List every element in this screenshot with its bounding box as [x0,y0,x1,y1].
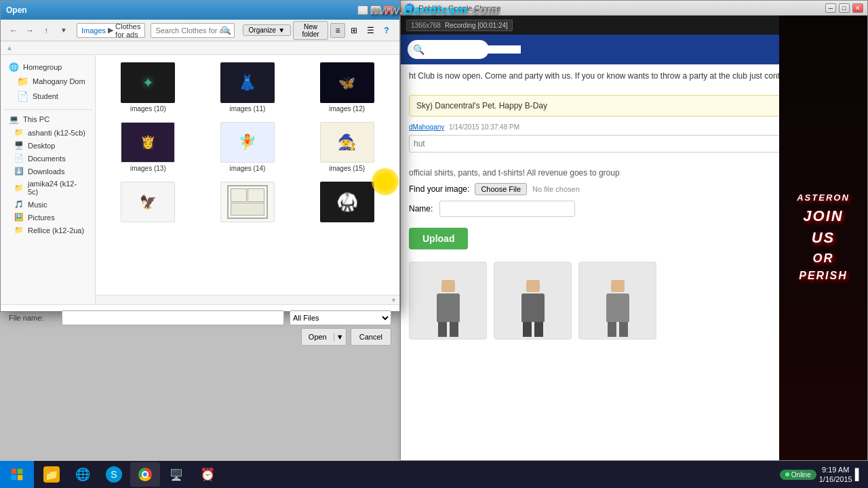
dialog-title: Open [6,5,27,15]
file-thumb-blueprint [220,182,275,222]
figure-body-1 [437,293,460,322]
taskbar-control-panel[interactable]: 🖥️ [161,462,191,487]
file-grid: ✦ images (10) 👗 images (11) [96,55,399,232]
taskbar-explorer[interactable]: 📁 [37,462,66,487]
sidebar-music-label: Music [28,201,47,209]
thumb-decoration-15: 🧙 [338,134,356,151]
file-item-13[interactable]: 👸 images (13) [100,119,197,176]
upload-button[interactable]: Upload [409,228,468,249]
sidebar-item-rellice[interactable]: 📁 Rellice (k12-2ua) [3,224,92,237]
dialog-search-box[interactable]: 🔍 [151,23,234,38]
asteron-banner: ASTERON JOIN US OR PERISH [779,16,867,460]
sidebar-item-jamika[interactable]: 📁 jamika24 (k12-5c) [3,178,92,198]
file-item-11[interactable]: 👗 images (11) [199,59,296,116]
file-item-14[interactable]: 🧚 images (14) [199,119,296,176]
roblox-search-bar[interactable]: 🔍 [408,40,489,59]
sidebar-item-pictures[interactable]: 🖼️ Pictures [3,211,92,224]
group-desc-text: ht Club is now open. Come and party with… [409,71,797,81]
clothing-item-3[interactable] [578,262,656,340]
birthday-msg: Sky) Dancentral's Pet. Happy B-Day [416,101,547,110]
sidebar-item-downloads[interactable]: ⬇️ Downloads [3,165,92,178]
clothing-item-1[interactable] [409,262,487,340]
choose-file-button[interactable]: Choose File [475,183,527,195]
chrome-icon [405,3,414,13]
figure-leg-left-3 [608,322,616,337]
titlebar-left: Roblox - Google Chrome [405,3,501,13]
student-icon: 📄 [17,91,28,102]
file-thumb-vest: 🥋 [320,182,374,222]
file-item-12[interactable]: 🦋 images (12) [298,59,395,116]
file-thumb-10: ✦ [121,62,175,103]
file-type-select[interactable]: All Files [290,310,391,325]
figure-head-3 [611,280,625,292]
file-thumb-12: 🦋 [320,62,374,103]
file-item-blueprint[interactable] [199,178,296,228]
shout-text-input[interactable] [409,135,795,152]
new-folder-button[interactable]: New folder [293,21,328,40]
name-input[interactable] [439,201,575,217]
file-scroll-area[interactable]: ✦ images (10) 👗 images (11) [96,55,399,295]
roblox-search-input[interactable] [427,45,521,54]
dialog-titlebar: Open ─ □ ✕ [1,1,399,20]
browser-minimize[interactable]: ─ [825,3,836,13]
cancel-button[interactable]: Cancel [351,328,391,346]
dialog-minimize-button[interactable]: ─ [357,5,368,15]
view-list-button[interactable]: ☰ [363,23,378,38]
file-item-10[interactable]: ✦ images (10) [100,59,197,116]
figure-leg-left-1 [438,322,447,337]
ie-icon: 🌐 [75,466,91,483]
music-icon: 🎵 [14,200,24,209]
dialog-close-button[interactable]: ✕ [383,5,394,15]
sidebar-item-desktop[interactable]: 🖥️ Desktop [3,139,92,152]
sidebar-item-homegroup[interactable]: 🌐 Homegroup [3,60,92,74]
sidebar-item-music[interactable]: 🎵 Music [3,198,92,211]
dialog-up-button[interactable]: ↑ [39,23,54,38]
organize-button[interactable]: Organize ▼ [243,24,291,36]
open-dropdown-arrow[interactable]: ▼ [334,333,346,341]
dialog-search-input[interactable] [155,26,229,35]
file-thumb-14: 🧚 [220,122,275,163]
file-item-15[interactable]: 🧙 images (15) [298,119,395,176]
dialog-forward-button[interactable]: → [22,23,37,38]
shout-author-link[interactable]: dMahogany [409,123,444,131]
taskbar-skype[interactable]: S [99,462,129,487]
clothing-item-2[interactable] [494,262,572,340]
file-item-creatures[interactable]: 🦅 [100,178,197,228]
taskbar-ie[interactable]: 🌐 [68,462,98,487]
show-desktop-button[interactable]: ▌ [855,468,863,481]
figure-head-2 [526,280,540,292]
sidebar-item-thispc[interactable]: 💻 This PC [3,113,92,126]
sidebar-item-mahogany[interactable]: 📁 Mahogany Dom [3,74,92,89]
timer-icon: ⏰ [199,466,216,483]
taskbar-timer[interactable]: ⏰ [193,462,222,487]
breadcrumb-images[interactable]: Images [81,26,106,35]
dialog-recent-button[interactable]: ▼ [56,23,71,38]
file-item-vest[interactable]: 🥋 [298,178,395,228]
browser-controls: ─ □ ✕ [825,3,863,13]
taskbar-right: Online 9:19 AM 1/16/2015 ▌ [774,465,868,485]
sidebar-rellice-label: Rellice (k12-2ua) [28,226,84,235]
thumb-decoration-11: 👗 [238,74,256,92]
clock[interactable]: 9:19 AM 1/16/2015 [819,465,852,485]
dialog-maximize-button[interactable]: □ [370,5,381,15]
file-thumb-15: 🧙 [320,122,374,163]
documents-icon: 📄 [14,154,24,163]
browser-close[interactable]: ✕ [852,3,863,13]
browser-restore[interactable]: □ [839,3,850,13]
view-grid-button[interactable]: ⊞ [347,23,361,38]
dialog-back-button[interactable]: ← [6,23,21,38]
taskbar-chrome[interactable] [130,462,160,487]
sidebar-item-student[interactable]: 📄 Student [3,89,92,104]
sidebar-divider [3,109,92,110]
help-button[interactable]: ? [379,23,394,38]
figure-head-1 [441,280,455,292]
start-button[interactable] [0,461,34,488]
browser-title: Roblox - Google Chrome [418,4,501,12]
sidebar-item-ashanti[interactable]: 📁 ashanti (k12-5cb) [3,126,92,139]
open-button-label[interactable]: Open [302,333,334,341]
view-details-button[interactable]: ≡ [330,23,345,38]
online-status-badge[interactable]: Online [780,470,816,480]
filename-input[interactable] [62,310,284,325]
open-button-group[interactable]: Open ▼ [301,328,347,346]
sidebar-item-documents[interactable]: 📄 Documents [3,152,92,165]
